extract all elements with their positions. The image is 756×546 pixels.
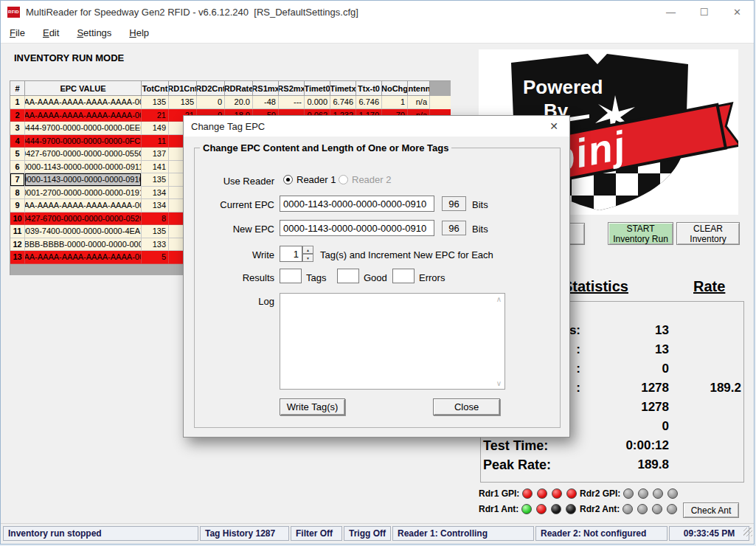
rdr2-ant-label: Rdr2 Ant: (580, 504, 620, 514)
menu-item-help[interactable]: Help (120, 23, 158, 44)
spinner-up-icon[interactable]: ▲ (302, 246, 313, 254)
start-inventory-run-button[interactable]: START Inventory Run (608, 222, 673, 245)
dialog-close-icon[interactable]: ✕ (543, 116, 565, 136)
table-cell: AAAA-AAAA-AAAA-AAAA-AAAA-0009 (25, 251, 142, 264)
log-label: Log (206, 296, 274, 307)
epc-table-header: #EPC VALUETotCntRD1CntRD2CntRDRateRS1mxR… (10, 81, 451, 96)
current-bits-box: 96 (442, 196, 466, 211)
scroll-up-icon[interactable]: ∧ (496, 295, 502, 303)
led-gray-icon (637, 504, 648, 514)
column-header[interactable]: NoChg (382, 81, 408, 96)
table-cell: 1 (10, 96, 25, 109)
column-header[interactable]: TotCnt (142, 81, 169, 96)
close-icon[interactable]: ✕ (721, 1, 754, 23)
table-cell: 1 (382, 96, 408, 109)
mode-label: INVENTORY RUN MODE (14, 52, 124, 63)
menu-item-edit[interactable]: Edit (34, 23, 68, 44)
statistics-header: Statistics (563, 278, 628, 295)
new-bits-label: Bits (472, 224, 488, 235)
table-cell: 8 (10, 187, 25, 200)
column-header[interactable]: RDRate (225, 81, 253, 96)
stat-value: 1278 (582, 400, 669, 415)
radio-circle-icon (283, 175, 293, 184)
table-row[interactable]: 1AAAA-AAAA-AAAA-AAAA-AAAA-0002135135020.… (10, 96, 451, 109)
current-bits-label: Bits (472, 199, 488, 210)
status-panel-reader1-status: Reader 1: Controlling (392, 526, 534, 541)
current-epc-input[interactable]: 0000-1143-0000-0000-0000-0910 (280, 196, 434, 212)
rate-header: Rate (693, 278, 725, 295)
status-panel-clock: 09:33:45 PM (669, 526, 749, 541)
stat-value: 0:00:12 (582, 438, 669, 453)
column-header[interactable]: EPC VALUE (25, 81, 142, 96)
table-cell: 0444-9700-0000-0000-0000-0EE6 (25, 122, 142, 135)
table-cell: --- (279, 96, 305, 109)
spinner-down-icon[interactable]: ▼ (302, 254, 313, 262)
table-cell: 134 (142, 199, 169, 212)
clear-button-line1: CLEAR (693, 224, 723, 234)
table-cell: 0000-1143-0000-0000-0000-0911 (25, 161, 142, 174)
log-textarea[interactable]: ∧ ∨ (280, 293, 505, 390)
write-count-input[interactable]: 1 (280, 246, 302, 262)
table-cell: 0.000 (305, 96, 330, 109)
led-gray-icon (652, 504, 662, 514)
new-epc-input[interactable]: 0000-1143-0000-0000-0000-0910 (280, 220, 434, 236)
scroll-down-icon[interactable]: ∨ (496, 379, 502, 387)
table-cell: 0427-6700-0000-0000-0000-055C (25, 148, 142, 161)
results-errors-box (392, 269, 415, 283)
clear-button-line2: Inventory (690, 234, 726, 244)
dialog-close-button[interactable]: Close (433, 398, 500, 415)
table-cell: 0039-7400-0000-0000-0000-4EA7 (25, 225, 142, 238)
table-cell: 0 (197, 96, 225, 109)
write-tags-button[interactable]: Write Tag(s) (280, 398, 345, 415)
dialog-group-title: Change EPC Content and Length of One or … (200, 142, 451, 153)
status-panel-status-message: Inventory run stopped (3, 526, 198, 541)
rdr1-gpi-label: Rdr1 GPI: (479, 488, 519, 499)
led-gray-icon (623, 488, 634, 499)
results-label: Results (206, 272, 274, 283)
table-cell: 6.746 (330, 96, 356, 109)
stat-label: Peak Rate: (480, 457, 582, 473)
column-header[interactable]: RD2Cnt (197, 81, 225, 96)
led-gray-icon (638, 488, 648, 499)
table-cell: -48 (253, 96, 279, 109)
maximize-icon[interactable]: ☐ (687, 1, 721, 23)
table-cell: 11 (10, 225, 25, 238)
title-bar: RFID MultiReader for Speedway Gen2 RFID … (1, 1, 754, 23)
column-header[interactable]: Timet0 (305, 81, 330, 96)
reader1-radio[interactable]: Reader 1 (283, 174, 336, 185)
use-reader-label: Use Reader (206, 176, 274, 187)
table-cell: 10 (10, 212, 25, 226)
stat-value: 13 (582, 323, 669, 338)
table-cell: 134 (142, 187, 169, 200)
clear-inventory-button[interactable]: CLEAR Inventory (676, 222, 740, 245)
column-header[interactable]: RS1mx (253, 81, 279, 96)
column-header[interactable]: Ttx-t0 (356, 81, 382, 96)
table-cell: AAAA-AAAA-AAAA-AAAA-AAAA-0003 (25, 109, 142, 122)
column-header[interactable]: Timetx (330, 81, 356, 96)
stat-value: 1278 (582, 381, 669, 395)
dialog-title-bar: Change Tag EPC ✕ (184, 116, 569, 136)
status-panel-filter-status: Filter Off (291, 526, 342, 541)
column-header[interactable]: Antenna (408, 81, 430, 96)
menu-item-file[interactable]: File (1, 23, 34, 44)
led-gray-icon (653, 488, 663, 499)
table-cell: AAAA-AAAA-AAAA-AAAA-AAAA-0002 (25, 96, 142, 109)
menu-item-settings[interactable]: Settings (68, 23, 120, 44)
table-cell: 0001-2700-0000-0000-0000-0191 (25, 187, 142, 200)
status-panel-reader2-status: Reader 2: Not configured (535, 526, 667, 541)
led-gray-icon (667, 488, 678, 499)
check-ant-button[interactable]: Check Ant (683, 502, 739, 518)
table-cell: 0444-9700-0000-0000-0000-0FC9 (25, 135, 142, 148)
led-gray-icon (667, 504, 677, 514)
column-header[interactable]: RS2mx (279, 81, 305, 96)
minimize-icon[interactable]: — (654, 1, 687, 23)
resize-grip-icon[interactable] (743, 528, 752, 536)
column-header[interactable]: # (10, 81, 25, 96)
stat-rate: 189.2 (669, 381, 741, 395)
column-header[interactable]: RD1Cnt (169, 81, 197, 96)
table-cell: 12 (10, 238, 25, 252)
status-panel-trigger-status: Trigg Off (344, 526, 391, 541)
errors-label: Errors (419, 272, 445, 283)
new-bits-box: 96 (442, 221, 466, 235)
write-suffix-label: Tag(s) and Increment New EPC for Each (320, 249, 493, 260)
